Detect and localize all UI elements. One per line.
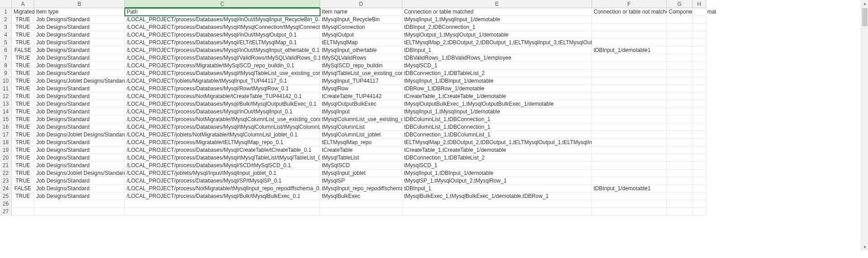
cell[interactable]: Job Designs/Standard xyxy=(34,23,125,31)
cell[interactable] xyxy=(592,154,667,162)
cell[interactable] xyxy=(667,192,693,200)
column-header-G[interactable]: G xyxy=(667,0,693,8)
cell[interactable] xyxy=(667,100,693,108)
row-header[interactable]: 4 xyxy=(0,31,12,39)
cell[interactable]: tMysqlColumnList xyxy=(320,123,402,131)
cell[interactable]: /LOCAL_PROJECT/process/Databases/Mysql/E… xyxy=(125,39,320,47)
cell[interactable]: tCreateTable_1,tCreateTable_1/demotable xyxy=(402,146,592,154)
cell[interactable]: tDBConnection_1,tDBTableList_2 xyxy=(402,70,592,77)
cell[interactable]: Job Designs/Standard xyxy=(34,39,125,47)
row-header[interactable]: 21 xyxy=(0,162,12,169)
cell[interactable]: tDBColumnList_1,tDBConnection_1 xyxy=(402,116,592,123)
cell[interactable] xyxy=(592,70,667,77)
cell[interactable]: /LOCAL_PROJECT/process/Databases/Mysql/I… xyxy=(125,108,320,116)
cell[interactable]: Component not mat xyxy=(667,8,693,16)
cell[interactable] xyxy=(667,16,693,23)
cell[interactable] xyxy=(592,39,667,47)
cell[interactable]: TRUE xyxy=(12,23,34,31)
cell[interactable]: /LOCAL_PROJECT/process/Databases/Mysql/t… xyxy=(125,70,320,77)
row-header[interactable]: 12 xyxy=(0,93,12,100)
cell[interactable] xyxy=(693,192,706,200)
row-header[interactable]: 23 xyxy=(0,177,12,185)
cell[interactable]: /LOCAL_PROJECT/process/Databases/Mysql/t… xyxy=(125,123,320,131)
cell[interactable] xyxy=(12,208,34,216)
cell[interactable]: TRUE xyxy=(12,162,34,169)
cell[interactable]: Item type xyxy=(34,8,125,16)
cell[interactable]: tMysqlInput_othertable xyxy=(320,47,402,54)
cell[interactable]: tELTMysqlMap_repo xyxy=(320,139,402,146)
cell[interactable] xyxy=(592,85,667,93)
cell[interactable] xyxy=(592,62,667,70)
cell[interactable] xyxy=(667,123,693,131)
cell[interactable]: TRUE xyxy=(12,139,34,146)
row-header[interactable]: 26 xyxy=(0,200,12,208)
cell[interactable]: tMysqlInput_1,tDBInput_1/demotable xyxy=(402,169,592,177)
cell[interactable]: tMysqlInput_joblet xyxy=(320,169,402,177)
cell[interactable] xyxy=(592,31,667,39)
cell[interactable] xyxy=(693,70,706,77)
cell[interactable] xyxy=(12,200,34,208)
cell[interactable] xyxy=(592,116,667,123)
cell[interactable]: /LOCAL_PROJECT/process/Databases/Mysql/B… xyxy=(125,100,320,108)
row-header[interactable]: 6 xyxy=(0,47,12,54)
row-header[interactable]: 19 xyxy=(0,146,12,154)
cell[interactable]: Job Designs/Standard xyxy=(34,47,125,54)
cell[interactable] xyxy=(667,208,693,216)
cell[interactable] xyxy=(693,100,706,108)
cell[interactable]: /LOCAL_PROJECT/process/Databases/Mysql/I… xyxy=(125,31,320,39)
cell[interactable]: TRUE xyxy=(12,70,34,77)
cell[interactable]: Job Designs/Standard xyxy=(34,162,125,169)
cell[interactable]: Path xyxy=(125,8,320,16)
cell[interactable]: Job Designs/Standard xyxy=(34,185,125,192)
cell[interactable] xyxy=(667,70,693,77)
row-header[interactable]: 8 xyxy=(0,62,12,70)
cell[interactable] xyxy=(693,116,706,123)
cell[interactable] xyxy=(693,54,706,62)
cell[interactable]: Job Designs/Standard xyxy=(34,146,125,154)
cell[interactable]: TRUE xyxy=(12,100,34,108)
cell[interactable]: tMysqlConnection xyxy=(320,23,402,31)
cell[interactable]: tCreateTable xyxy=(320,146,402,154)
cell[interactable] xyxy=(592,177,667,185)
cell[interactable] xyxy=(693,162,706,169)
cell[interactable] xyxy=(402,200,592,208)
cell[interactable] xyxy=(592,192,667,200)
cell[interactable]: tDBInput_1/demotable1 xyxy=(592,47,667,54)
row-header[interactable]: 16 xyxy=(0,123,12,131)
cell[interactable] xyxy=(34,200,125,208)
cell[interactable]: tMysqlSCD_1 xyxy=(402,162,592,169)
cell[interactable] xyxy=(693,139,706,146)
cell[interactable] xyxy=(667,200,693,208)
cell[interactable]: Connection or table not matched xyxy=(592,8,667,16)
column-header-F[interactable]: F xyxy=(592,0,667,8)
cell[interactable]: TRUE xyxy=(12,192,34,200)
cell[interactable]: /LOCAL_PROJECT/process/Databases/Mysql/S… xyxy=(125,177,320,185)
cell[interactable] xyxy=(667,54,693,62)
row-header[interactable]: 5 xyxy=(0,39,12,47)
cell[interactable]: tMySqlSCD xyxy=(320,162,402,169)
cell[interactable] xyxy=(34,208,125,216)
cell[interactable]: tMysqlSCD_1 xyxy=(402,62,592,70)
row-header[interactable]: 3 xyxy=(0,23,12,31)
cell[interactable]: Job Designs/Joblet Designs/Standard xyxy=(34,131,125,139)
cell[interactable] xyxy=(592,100,667,108)
cell[interactable] xyxy=(402,208,592,216)
cell[interactable]: TRUE xyxy=(12,108,34,116)
cell[interactable]: Job Designs/Standard xyxy=(34,139,125,146)
cell[interactable] xyxy=(592,16,667,23)
cell[interactable] xyxy=(693,23,706,31)
cell[interactable]: /LOCAL_PROJECT/process/Databases/Mysql/B… xyxy=(125,192,320,200)
cell[interactable] xyxy=(667,139,693,146)
cell[interactable] xyxy=(592,77,667,85)
cell[interactable] xyxy=(592,146,667,154)
cell[interactable] xyxy=(592,162,667,169)
cell[interactable]: TRUE xyxy=(12,123,34,131)
cell[interactable]: tMysqlInput xyxy=(320,108,402,116)
cell[interactable] xyxy=(667,162,693,169)
cell[interactable] xyxy=(592,131,667,139)
cell[interactable]: Job Designs/Standard xyxy=(34,123,125,131)
cell[interactable]: Migrated xyxy=(12,8,34,16)
cell[interactable]: tDBInput_1/demotable1 xyxy=(592,185,667,192)
cell[interactable] xyxy=(693,16,706,23)
column-header-B[interactable]: B xyxy=(34,0,125,8)
